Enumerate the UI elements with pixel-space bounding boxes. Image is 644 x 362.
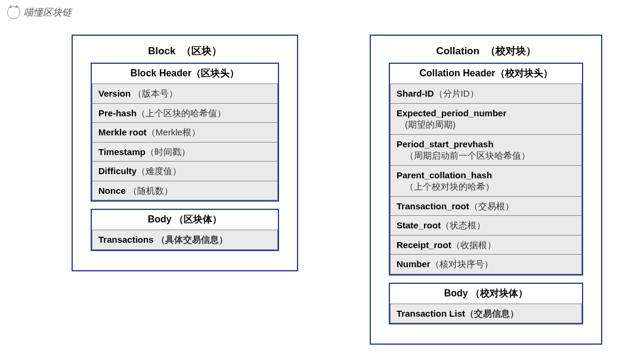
row-difficulty: Difficulty（难度值） — [92, 162, 278, 181]
row-period-start: Period_start_prevhash（周期启动前一个区块哈希值） — [390, 135, 582, 166]
row-number: Number（核对块序号） — [390, 255, 582, 274]
block-header-title-cn: （区块头） — [191, 68, 239, 78]
row-expected-period: Expected_period_number(期望的周期) — [390, 104, 582, 135]
row-shardid: Shard-ID（分片ID） — [390, 83, 582, 104]
block-title: Block （区块） — [91, 42, 279, 63]
block-header-box: Block Header（区块头） Version （版本号） Pre-hash… — [91, 63, 279, 202]
block-body-title: Body （区块体） — [92, 210, 278, 230]
collation-header-title: Collation Header（校对块头） — [390, 64, 582, 83]
block-body-title-cn: （区块体） — [174, 214, 222, 224]
collation-body-title: Body （校对块体） — [390, 284, 582, 304]
block-header-title-en: Block Header — [131, 68, 191, 78]
row-parent-collation: Parent_collation_hash（上个校对块的哈希） — [390, 166, 582, 197]
watermark: · · 喵懂区块链 — [7, 6, 72, 19]
collation-body-title-cn: （校对块体） — [470, 288, 528, 298]
collation-body-box: Body （校对块体） Transaction List（交易信息） — [389, 283, 583, 325]
watermark-text: 喵懂区块链 — [24, 7, 72, 19]
collation-header-title-cn: （校对块头） — [496, 68, 553, 78]
row-tx-root: Transaction_root（交易根） — [390, 197, 582, 216]
collation-box: Collation （校对块） Collation Header（校对块头） S… — [370, 35, 602, 345]
diagram-container: Block （区块） Block Header（区块头） Version （版本… — [72, 35, 614, 350]
block-body-box: Body （区块体） Transactions （具体交易信息） — [91, 209, 279, 251]
block-header-title: Block Header（区块头） — [92, 64, 278, 83]
block-title-en: Block — [148, 45, 175, 57]
block-title-cn: （区块） — [181, 45, 222, 57]
row-timestamp: Timestamp（时间戳） — [92, 143, 278, 162]
row-tx-list: Transaction List（交易信息） — [390, 304, 582, 324]
collation-header-box: Collation Header（校对块头） Shard-ID（分片ID） Ex… — [389, 63, 583, 276]
collation-title: Collation （校对块） — [389, 42, 583, 63]
block-body-title-en: Body — [148, 214, 172, 224]
row-receipt-root: Receipt_root（收据根） — [390, 236, 582, 255]
collation-title-cn: （校对块） — [485, 45, 536, 57]
row-transactions: Transactions （具体交易信息） — [92, 230, 278, 250]
collation-body-title-en: Body — [444, 288, 468, 298]
cat-icon: · · — [7, 6, 20, 19]
collation-title-en: Collation — [436, 45, 479, 57]
row-prehash: Pre-hash（上个区块的哈希值） — [92, 104, 278, 123]
row-state-root: State_root（状态根） — [390, 216, 582, 236]
row-version: Version （版本号） — [92, 83, 278, 104]
row-merkle: Merkle root（Merkle根） — [92, 123, 278, 143]
block-box: Block （区块） Block Header（区块头） Version （版本… — [72, 35, 298, 271]
row-nonce: Nonce （随机数） — [92, 181, 278, 201]
collation-header-title-en: Collation Header — [419, 68, 495, 78]
